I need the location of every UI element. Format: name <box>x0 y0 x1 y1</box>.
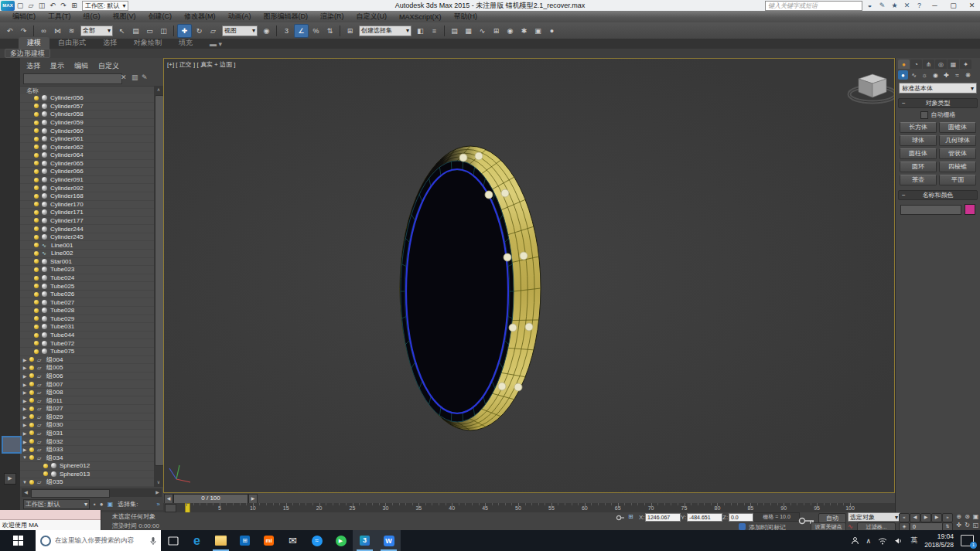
selection-lock-icon[interactable] <box>616 514 625 522</box>
visibility-bulb-icon[interactable] <box>29 382 34 386</box>
scene-item-row[interactable]: Tube031 <box>20 323 154 332</box>
scrollbar-thumb[interactable] <box>31 489 110 498</box>
visibility-bulb-icon[interactable] <box>34 325 39 329</box>
select-by-name-icon[interactable]: ▤ <box>129 25 142 37</box>
bind-spacewarp-icon[interactable]: ≋ <box>65 25 78 37</box>
expand-arrow-icon[interactable]: ▶ <box>20 389 29 395</box>
cameras-icon[interactable]: ◉ <box>930 70 941 80</box>
scene-item-row[interactable]: Cylinder065 <box>20 160 154 168</box>
ribbon-tab-item[interactable]: 填充 <box>170 37 201 49</box>
mail-icon[interactable]: ✉ <box>281 530 305 551</box>
expand-arrow-icon[interactable]: ▶ <box>20 365 29 370</box>
wifi-icon[interactable] <box>878 537 887 545</box>
task-view-button[interactable] <box>161 530 185 551</box>
visibility-bulb-icon[interactable] <box>34 251 39 256</box>
scroll-left-icon[interactable]: ◀ <box>22 488 30 497</box>
ribbon-tab-item[interactable]: 选择 <box>94 37 125 49</box>
window-crossing-icon[interactable]: ◫ <box>157 25 170 37</box>
scene-item-row[interactable]: ▶▱组004 <box>20 356 154 365</box>
visibility-bulb-icon[interactable] <box>34 137 39 141</box>
thunder-icon[interactable]: ≈ <box>305 530 329 551</box>
pan-tool-icon[interactable]: ✜ <box>954 522 963 529</box>
zoom-extents-icon[interactable]: ▣ <box>971 513 980 521</box>
visibility-bulb-icon[interactable] <box>34 333 39 338</box>
autogrid-checkbox[interactable] <box>920 111 928 119</box>
scene-item-row[interactable]: ∿Line001 <box>20 241 154 250</box>
rendered-frame-icon[interactable]: ▣ <box>531 25 545 37</box>
visibility-bulb-icon[interactable] <box>29 455 34 460</box>
scene-search-input[interactable] <box>23 73 122 84</box>
help-icon[interactable]: ? <box>914 2 924 9</box>
undo-icon[interactable]: ↶ <box>3 25 16 37</box>
new-scene-icon[interactable]: ▢ <box>15 2 26 9</box>
expand-arrow-icon[interactable]: ▶ <box>20 382 29 387</box>
expand-arrow-icon[interactable]: ▶ <box>20 373 29 379</box>
go-to-start-button[interactable]: « <box>899 513 910 522</box>
select-object-icon[interactable]: ↖ <box>115 25 128 37</box>
undo-qat-icon[interactable]: ↶ <box>47 2 58 9</box>
helpers-icon[interactable]: ✚ <box>941 70 951 80</box>
tab-motion[interactable]: ◎ <box>935 60 947 69</box>
tab-hierarchy[interactable]: ⋔ <box>923 60 934 69</box>
expand-arrow-icon[interactable]: ▶ <box>20 398 29 403</box>
scene-item-row[interactable]: Tube023 <box>20 266 154 274</box>
workspace-dropdown[interactable]: 工作区: 默认 ▾ <box>82 1 128 11</box>
explorer-horizontal-scrollbar[interactable]: ◀ ▶ <box>22 488 162 497</box>
project-folder-icon[interactable]: ⊞ <box>69 2 80 9</box>
maximize-viewport-icon[interactable]: ◱ <box>971 522 980 529</box>
visibility-bulb-icon[interactable] <box>34 341 39 345</box>
scroll-right-icon[interactable]: ▶ <box>153 488 162 497</box>
expand-arrow-icon[interactable]: ▶ <box>20 357 29 362</box>
restore-button[interactable]: ▢ <box>945 2 961 9</box>
primitive-button[interactable]: 圆环 <box>900 162 937 172</box>
scene-item-row[interactable]: Cylinder058 <box>20 111 154 119</box>
taskbar-clock[interactable]: 19:04 2018/5/28 <box>924 532 954 548</box>
scene-item-row[interactable]: ▶▱组031 <box>20 430 154 438</box>
visibility-bulb-icon[interactable] <box>29 447 34 452</box>
scene-item-row[interactable]: Sphere013 <box>20 471 154 479</box>
primitive-button[interactable]: 平面 <box>939 175 976 185</box>
scene-item-row[interactable]: Cylinder168 <box>20 192 154 201</box>
search-filter-icon[interactable]: ▥ <box>131 73 138 81</box>
selection-lock-icon[interactable]: ▣ <box>108 501 114 508</box>
scene-item-row[interactable]: Tube028 <box>20 307 154 315</box>
y-coordinate-field[interactable]: -484.651 <box>687 513 722 522</box>
menubar-item[interactable]: 帮助(H) <box>448 12 484 22</box>
primitive-button[interactable]: 圆柱体 <box>900 148 937 159</box>
render-setup-icon[interactable]: ✱ <box>517 25 531 37</box>
expand-arrow-icon[interactable]: ▼ <box>20 455 29 460</box>
visibility-bulb-icon[interactable] <box>34 276 39 281</box>
visibility-bulb-icon[interactable] <box>34 210 39 215</box>
visibility-bulb-icon[interactable] <box>43 464 48 468</box>
previ-frame-button[interactable]: ◀ <box>910 513 920 522</box>
favorites-icon[interactable]: ★ <box>890 2 900 9</box>
visibility-bulb-icon[interactable] <box>34 194 39 199</box>
video-player-icon[interactable]: ▶ <box>329 530 353 551</box>
people-icon[interactable] <box>851 536 859 545</box>
visibility-bulb-icon[interactable] <box>29 423 34 427</box>
scene-item-row[interactable]: Cylinder064 <box>20 151 154 160</box>
primitive-button[interactable]: 球体 <box>900 135 937 146</box>
save-file-icon[interactable]: ◫ <box>36 2 47 9</box>
scene-item-row[interactable]: Cylinder060 <box>20 127 154 135</box>
scene-item-row[interactable]: Cylinder171 <box>20 209 154 217</box>
orbit-tool-icon[interactable]: ↻ <box>963 522 971 529</box>
zoom-all-icon[interactable]: ⊛ <box>963 513 971 521</box>
scene-item-row[interactable]: Tube072 <box>20 339 154 348</box>
scroll-up-icon[interactable]: ∧ <box>154 86 163 94</box>
edge-icon[interactable]: e <box>185 530 209 551</box>
select-scale-icon[interactable]: ▱ <box>207 25 220 37</box>
tab-modify[interactable]: ◔ <box>910 60 922 69</box>
scene-item-row[interactable]: Sphere012 <box>20 462 154 471</box>
expand-arrow-icon[interactable]: ▼ <box>20 480 29 485</box>
expand-arrow-icon[interactable]: ▶ <box>20 414 29 420</box>
align-icon[interactable]: ≡ <box>428 25 441 37</box>
visibility-bulb-icon[interactable] <box>34 202 39 206</box>
scene-item-row[interactable]: Star001 <box>20 258 154 267</box>
scene-item-row[interactable]: ▶▱组027 <box>20 405 154 413</box>
scene-item-row[interactable]: ▼▱组035 <box>20 478 154 487</box>
menubar-item[interactable]: 修改器(M) <box>178 12 222 22</box>
explorer-menu-item[interactable]: 自定义 <box>98 61 119 71</box>
macro-recorder-line[interactable] <box>0 510 101 520</box>
primitive-button[interactable]: 圆锥体 <box>939 122 976 133</box>
